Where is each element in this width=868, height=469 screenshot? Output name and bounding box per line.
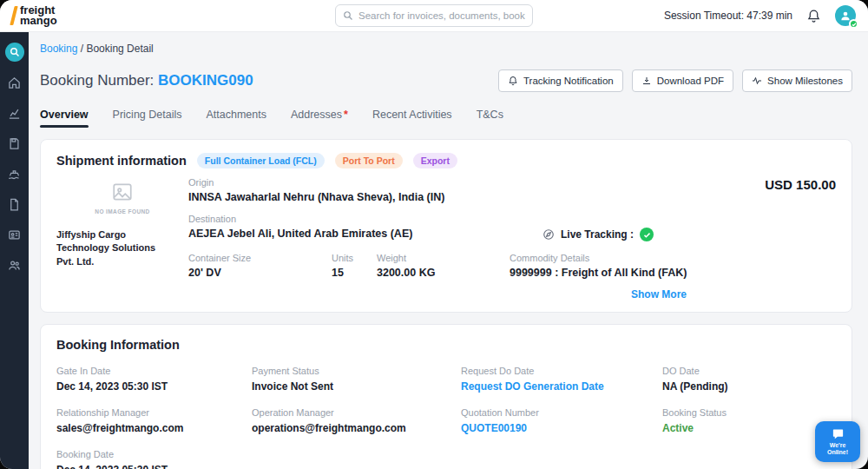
logo-mark-icon xyxy=(10,6,17,25)
direction-badge: Export xyxy=(413,153,457,168)
container-size-field: Container Size 20' DV xyxy=(188,253,332,279)
tab-tcs[interactable]: T&Cs xyxy=(477,109,503,128)
weight-label: Weight xyxy=(377,253,510,263)
users-icon xyxy=(8,259,21,272)
tab-bar: Overview Pricing Details Attachments Add… xyxy=(40,109,852,128)
tab-recent-activities[interactable]: Recent Activities xyxy=(372,109,452,128)
sidebar-item-shipments[interactable] xyxy=(5,164,24,183)
units-label: Units xyxy=(332,253,377,263)
online-status-icon xyxy=(849,19,858,29)
shipment-card-title: Shipment information xyxy=(56,154,187,168)
sidebar-item-search[interactable] xyxy=(5,43,24,62)
global-search[interactable] xyxy=(335,4,533,27)
payment-status-field: Payment Status Invoice Not Sent xyxy=(252,366,461,393)
do-date-label: DO Date xyxy=(662,366,836,376)
origin-label: Origin xyxy=(188,177,836,188)
request-do-date-label: Request Do Date xyxy=(461,366,662,376)
sidebar xyxy=(0,32,29,469)
booking-info-title: Booking Information xyxy=(56,338,836,352)
origin-block: Origin INNSA Jawaharlal Nehru (Nhava She… xyxy=(188,177,836,203)
weight-value: 3200.00 KG xyxy=(377,267,510,279)
tab-pricing-details[interactable]: Pricing Details xyxy=(113,109,182,128)
relationship-manager-label: Relationship Manager xyxy=(56,407,252,418)
shipment-card-body: NO IMAGE FOUND Jiffyship Cargo Technolog… xyxy=(56,177,836,301)
download-pdf-button[interactable]: Download PDF xyxy=(632,69,733,92)
commodity-label: Commodity Details xyxy=(510,253,836,263)
search-input[interactable] xyxy=(358,10,525,21)
home-icon xyxy=(8,76,21,89)
show-more-link[interactable]: Show More xyxy=(631,288,687,301)
breadcrumb-current: Booking Detail xyxy=(86,43,153,55)
do-date-field: DO Date NA (Pending) xyxy=(662,366,836,393)
main-layout: Booking / Booking Detail Booking Number:… xyxy=(0,32,868,469)
search-icon xyxy=(10,47,20,57)
image-placeholder-icon xyxy=(111,181,134,203)
breadcrumb-separator: / xyxy=(81,43,83,55)
sidebar-item-saved[interactable] xyxy=(5,134,24,153)
operation-manager-value: operations@freightmango.com xyxy=(252,422,461,434)
page-title: Booking Number: BOOKING090 xyxy=(40,72,253,89)
tracking-notification-button[interactable]: Tracking Notification xyxy=(498,69,623,92)
tracking-notification-label: Tracking Notification xyxy=(523,76,614,86)
no-image-text: NO IMAGE FOUND xyxy=(92,208,153,215)
sidebar-item-documents[interactable] xyxy=(5,195,24,214)
notifications-bell-icon[interactable] xyxy=(806,9,821,23)
sidebar-item-contacts[interactable] xyxy=(5,225,24,244)
shipment-details: USD 150.00 Origin INNSA Jawaharlal Nehru… xyxy=(188,177,836,301)
breadcrumb-booking-link[interactable]: Booking xyxy=(40,43,77,55)
weight-field: Weight 3200.00 KG xyxy=(377,253,510,279)
no-image-placeholder: NO IMAGE FOUND xyxy=(92,181,153,215)
page-title-prefix: Booking Number: xyxy=(40,72,154,89)
app-window: freight mango Session Timeout: 47:39 min xyxy=(0,0,868,469)
show-milestones-label: Show Milestones xyxy=(767,76,843,86)
gate-in-date-label: Gate In Date xyxy=(56,366,252,376)
booking-status-field: Booking Status Active xyxy=(662,407,836,434)
booking-number: BOOKING090 xyxy=(158,72,253,89)
gate-in-date-field: Gate In Date Dec 14, 2023 05:30 IST xyxy=(56,366,252,393)
shipment-card-header: Shipment information Full Container Load… xyxy=(56,153,836,168)
tracking-compass-icon xyxy=(542,228,555,241)
request-do-date-field: Request Do Date Request DO Generation Da… xyxy=(461,366,662,393)
download-icon xyxy=(641,76,652,86)
destination-label: Destination xyxy=(188,214,542,224)
booking-date-value: Dec 14, 2023 05:30 IST xyxy=(56,464,252,469)
sidebar-item-team[interactable] xyxy=(5,255,24,274)
request-do-generation-link[interactable]: Request DO Generation Date xyxy=(461,380,662,393)
booking-date-label: Booking Date xyxy=(56,449,252,459)
origin-value: INNSA Jawaharlal Nehru (Nhava Sheva), In… xyxy=(188,191,836,203)
relationship-manager-field: Relationship Manager sales@freightmango.… xyxy=(56,407,252,434)
breadcrumb: Booking / Booking Detail xyxy=(40,43,852,55)
header-row: Booking Number: BOOKING090 Tracking Noti… xyxy=(40,69,852,92)
live-chat-widget[interactable]: We're Online! xyxy=(815,421,860,462)
operation-manager-label: Operation Manager xyxy=(252,407,461,418)
id-card-icon xyxy=(8,228,21,241)
tab-overview[interactable]: Overview xyxy=(40,109,89,128)
sidebar-item-analytics[interactable] xyxy=(5,103,24,122)
user-avatar[interactable] xyxy=(835,5,856,26)
sidebar-item-home[interactable] xyxy=(5,73,24,92)
units-value: 15 xyxy=(332,267,377,279)
shipment-information-card: Shipment information Full Container Load… xyxy=(40,139,852,313)
load-type-badge: Full Container Load (FCL) xyxy=(197,153,325,168)
chart-icon xyxy=(8,107,21,120)
booking-status-label: Booking Status xyxy=(662,407,836,418)
tab-pricing-label: Pricing Details xyxy=(113,109,182,121)
milestones-pulse-icon xyxy=(752,76,762,86)
shipment-specs: Container Size 20' DV Units 15 Weight 32… xyxy=(188,253,836,279)
quotation-number-link[interactable]: QUOTE00190 xyxy=(461,422,662,434)
content: Booking / Booking Detail Booking Number:… xyxy=(29,32,868,469)
tab-tcs-label: T&Cs xyxy=(477,109,503,121)
tab-addresses-label: Addresses xyxy=(291,109,342,121)
document-icon xyxy=(8,198,21,211)
booking-information-card: Booking Information Gate In Date Dec 14,… xyxy=(40,324,852,469)
tab-attachments[interactable]: Attachments xyxy=(206,109,266,128)
tab-addresses[interactable]: Addresses* xyxy=(291,109,348,128)
chat-bubble-icon xyxy=(832,427,845,440)
destination-row: Destination AEJEA Jebel Ali, United Arab… xyxy=(188,214,836,241)
container-size-label: Container Size xyxy=(188,253,332,263)
booking-status-value: Active xyxy=(662,422,836,434)
chat-status-text: We're Online! xyxy=(823,442,852,457)
show-milestones-button[interactable]: Show Milestones xyxy=(742,69,852,92)
live-tracking-status: Live Tracking : xyxy=(542,228,654,241)
freightmango-logo[interactable]: freight mango xyxy=(12,5,57,27)
